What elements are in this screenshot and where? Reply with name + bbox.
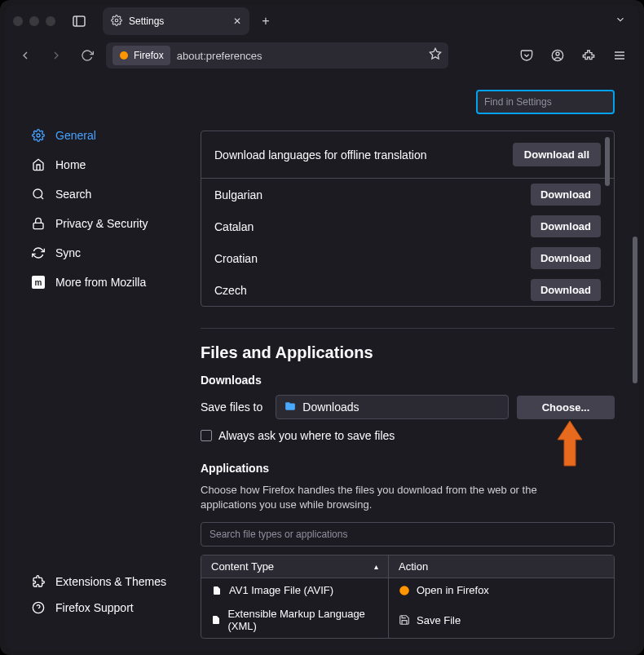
downloads-heading: Downloads <box>201 374 615 387</box>
svg-rect-13 <box>33 223 43 228</box>
sidebar-item-extensions[interactable]: Extensions & Themes <box>24 569 183 595</box>
new-tab-button[interactable]: + <box>254 10 277 33</box>
file-icon <box>211 614 221 626</box>
translation-languages-panel: Download languages for offline translati… <box>201 131 615 307</box>
sidebar-item-label: More from Mozilla <box>55 276 146 289</box>
panel-heading: Download languages for offline translati… <box>214 148 426 162</box>
svg-rect-0 <box>73 16 85 26</box>
sidebar-item-label: Firefox Support <box>55 601 134 614</box>
save-files-to-label: Save files to <box>201 401 262 414</box>
column-content-type[interactable]: Content Type ▴ <box>201 555 389 578</box>
maximize-window-button[interactable] <box>46 16 55 26</box>
firefox-logo-icon <box>119 51 129 60</box>
close-window-button[interactable] <box>13 16 23 26</box>
bookmark-star-icon[interactable] <box>429 47 442 64</box>
files-apps-heading: Files and Applications <box>201 343 615 362</box>
panel-scrollbar[interactable] <box>605 137 610 186</box>
sidebar-item-label: Search <box>55 188 91 201</box>
sidebar-item-label: General <box>55 129 96 142</box>
back-button[interactable] <box>13 43 37 68</box>
gear-icon <box>111 15 122 29</box>
url-bar[interactable]: Firefox about:preferences <box>106 42 448 69</box>
applications-table: Content Type ▴ Action AV1 Image File (AV… <box>201 555 615 639</box>
sidebar-item-search[interactable]: Search <box>24 181 183 207</box>
save-icon <box>399 614 410 626</box>
download-language-button[interactable]: Download <box>531 215 601 237</box>
pocket-icon[interactable] <box>515 44 538 67</box>
svg-point-11 <box>33 189 42 198</box>
svg-marker-4 <box>430 48 440 59</box>
extensions-icon[interactable] <box>577 44 600 67</box>
folder-icon <box>285 401 296 414</box>
choose-folder-button[interactable]: Choose... <box>517 396 615 419</box>
download-all-button[interactable]: Download all <box>513 143 601 166</box>
section-divider <box>201 328 615 329</box>
close-tab-button[interactable]: ✕ <box>233 15 241 27</box>
always-ask-checkbox-row[interactable]: Always ask you where to save files <box>201 429 615 442</box>
svg-point-6 <box>556 52 559 55</box>
sidebar-item-label: Home <box>55 158 86 171</box>
table-row[interactable]: Extensible Markup Language (XML) Save Fi… <box>201 602 614 638</box>
language-row: Catalan Download <box>201 210 614 242</box>
forward-button[interactable] <box>44 43 68 68</box>
url-text: about:preferences <box>177 50 262 62</box>
sidebar-item-privacy[interactable]: Privacy & Security <box>24 210 183 237</box>
search-file-types-input[interactable]: Search file types or applications <box>201 522 615 547</box>
sidebar-item-support[interactable]: Firefox Support <box>24 595 183 621</box>
identity-box[interactable]: Firefox <box>112 46 170 65</box>
titlebar: Settings ✕ + <box>5 5 639 38</box>
sidebar-item-home[interactable]: Home <box>24 152 183 178</box>
svg-point-10 <box>37 134 40 137</box>
home-icon <box>31 158 46 171</box>
sidebar-item-label: Privacy & Security <box>55 217 148 230</box>
content-type-cell: Extensible Markup Language (XML) <box>227 608 378 632</box>
reload-button[interactable] <box>75 43 99 68</box>
page-scrollbar[interactable] <box>633 237 637 383</box>
language-name: Catalan <box>214 220 254 233</box>
applications-description: Choose how Firefox handles the files you… <box>201 483 576 512</box>
find-in-settings-input[interactable]: Find in Settings <box>476 90 615 114</box>
sidebar-item-label: Extensions & Themes <box>55 575 166 588</box>
table-row[interactable]: AV1 Image File (AVIF) Open in Firefox <box>201 578 614 602</box>
download-language-button[interactable]: Download <box>531 279 601 301</box>
list-tabs-button[interactable] <box>615 14 626 29</box>
applications-heading: Applications <box>201 462 615 475</box>
mozilla-icon: m <box>31 276 46 289</box>
tab-title: Settings <box>129 15 164 27</box>
sidebar-item-general[interactable]: General <box>24 122 183 148</box>
language-name: Bulgarian <box>214 188 262 201</box>
language-row: Czech Download <box>201 274 614 306</box>
content-type-cell: AV1 Image File (AVIF) <box>229 584 333 596</box>
lock-icon <box>31 217 46 230</box>
identity-label: Firefox <box>134 50 164 61</box>
sidebar-item-label: Sync <box>55 246 81 259</box>
column-action[interactable]: Action <box>389 555 614 578</box>
minimize-window-button[interactable] <box>29 16 39 26</box>
svg-point-18 <box>399 586 409 595</box>
browser-tab[interactable]: Settings ✕ <box>103 7 249 35</box>
sync-icon <box>31 246 46 259</box>
language-name: Czech <box>214 284 247 297</box>
puzzle-icon <box>31 575 46 588</box>
table-header: Content Type ▴ Action <box>201 555 614 578</box>
sidebar-item-sync[interactable]: Sync <box>24 240 183 266</box>
language-row: Croatian Download <box>201 242 614 274</box>
svg-point-2 <box>115 19 118 22</box>
download-language-button[interactable]: Download <box>531 247 601 269</box>
window-controls <box>13 16 55 26</box>
download-folder-field[interactable]: Downloads <box>276 395 509 419</box>
account-icon[interactable] <box>546 44 569 67</box>
firefox-icon <box>399 585 410 596</box>
checkbox-icon[interactable] <box>201 430 212 441</box>
download-language-button[interactable]: Download <box>531 184 601 206</box>
settings-sidebar: General Home Search Privacy & Security S… <box>5 73 192 650</box>
app-menu-icon[interactable] <box>608 44 631 67</box>
language-name: Croatian <box>214 252 258 265</box>
svg-text:m: m <box>35 278 42 287</box>
sidebar-toggle-icon[interactable] <box>68 11 90 32</box>
sidebar-item-mozilla[interactable]: m More from Mozilla <box>24 269 183 295</box>
svg-point-3 <box>120 51 128 60</box>
toolbar: Firefox about:preferences <box>5 38 639 73</box>
always-ask-label: Always ask you where to save files <box>218 429 395 442</box>
settings-content: Find in Settings Download languages for … <box>192 73 639 650</box>
